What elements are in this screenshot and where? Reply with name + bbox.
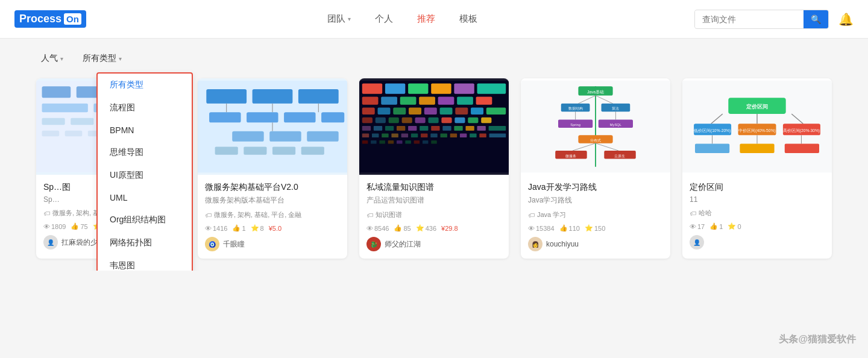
svg-rect-99 — [379, 140, 385, 144]
filter-bar: 人气 ▾ 所有类型 ▾ 所有类型 流程图 BPMN 思维导图 UI原型图 UML… — [36, 51, 832, 66]
nav-personal[interactable]: 个人 — [365, 8, 403, 30]
dropdown-item-uml[interactable]: UML — [98, 187, 192, 209]
logo-box[interactable]: Process On — [14, 10, 86, 28]
like-count: 👍 75 — [71, 222, 87, 230]
card-3-tag-text: 知识图谱 — [376, 210, 402, 219]
filter-left: 人气 ▾ 所有类型 ▾ — [36, 51, 127, 66]
svg-rect-77 — [431, 126, 439, 131]
card-4-author: 👩 kouchiyuu — [528, 237, 663, 251]
dropdown-item-venn[interactable]: 韦恩图 — [98, 254, 192, 271]
svg-rect-33 — [307, 131, 338, 142]
card-5[interactable]: 定价区间 低价区间(10%-20%) 中价区间(40%-50%) 高价区间(20… — [682, 78, 832, 259]
svg-rect-65 — [415, 118, 426, 124]
svg-text:Java基础: Java基础 — [587, 90, 604, 94]
card-2[interactable]: 微服务架构基础平台V2.0 微服务架构版本基础平台 🏷 微服务, 架构, 基础,… — [198, 78, 347, 259]
svg-rect-36 — [272, 146, 295, 154]
dropdown-item-org-chart[interactable]: Org组织结构图 — [98, 209, 192, 231]
nav-template[interactable]: 模板 — [450, 8, 487, 30]
chevron-down-icon: ▾ — [60, 55, 63, 62]
card-4-info: Java开发学习路线 Java学习路线 🏷 Java 学习 👁 15384 👍 … — [521, 175, 670, 259]
svg-rect-102 — [405, 140, 411, 144]
main-nav: 团队 ▾ 个人 推荐 模板 — [110, 8, 694, 30]
svg-rect-43 — [454, 83, 474, 93]
card-3-price: ¥29.8 — [441, 225, 458, 232]
content-area: 人气 ▾ 所有类型 ▾ 所有类型 流程图 BPMN 思维导图 UI原型图 UML… — [0, 39, 868, 271]
svg-rect-45 — [362, 96, 379, 104]
card-3-author: 🐉 师父的江湖 — [366, 237, 502, 251]
svg-rect-32 — [269, 131, 301, 142]
svg-rect-105 — [431, 140, 437, 144]
svg-rect-50 — [457, 96, 473, 104]
view-count: 👁 8546 — [366, 225, 389, 232]
svg-rect-101 — [397, 140, 403, 144]
dropdown-item-flowchart[interactable]: 流程图 — [98, 96, 192, 119]
svg-rect-69 — [468, 118, 478, 124]
card-3[interactable]: 私域流量知识图谱 产品运营知识图谱 🏷 知识图谱 👁 8546 👍 85 ⭐ 4… — [359, 78, 509, 259]
card-4-subtitle: Java学习路线 — [528, 195, 663, 206]
card-2-subtitle: 微服务架构版本基础平台 — [205, 195, 340, 206]
dropdown-item-mindmap[interactable]: 思维导图 — [98, 141, 192, 164]
svg-rect-21 — [253, 89, 293, 104]
svg-rect-92 — [450, 133, 457, 137]
svg-rect-89 — [421, 133, 427, 137]
svg-text:算法: 算法 — [612, 107, 619, 110]
author-avatar: 👩 — [528, 237, 542, 251]
svg-rect-57 — [440, 108, 453, 115]
popularity-filter[interactable]: 人气 ▾ — [36, 51, 68, 66]
dropdown-item-ui-prototype[interactable]: UI原型图 — [98, 164, 192, 187]
svg-rect-60 — [486, 108, 506, 115]
nav-recommend[interactable]: 推荐 — [407, 8, 445, 30]
card-2-stats: 👁 1416 👍 1 ⭐ 8 ¥5.0 — [205, 224, 340, 232]
svg-rect-54 — [393, 108, 406, 115]
svg-rect-34 — [215, 146, 238, 154]
svg-rect-35 — [244, 146, 266, 154]
svg-rect-88 — [411, 133, 418, 137]
card-4[interactable]: Java基础 数据结构 算法 Spring MySQL 分布式 — [521, 78, 670, 259]
svg-text:低价区间(10%-20%): 低价区间(10%-20%) — [694, 128, 731, 133]
header: Process On 团队 ▾ 个人 推荐 模板 🔍 🔔 — [0, 0, 868, 39]
svg-rect-51 — [476, 96, 492, 104]
search-box: 🔍 — [694, 10, 829, 29]
chevron-down-icon: ▾ — [119, 55, 122, 62]
svg-rect-75 — [408, 126, 417, 131]
card-2-author: 🧿 千眼瞳 — [205, 237, 340, 251]
bell-icon[interactable]: 🔔 — [838, 12, 854, 27]
svg-rect-104 — [423, 140, 429, 144]
star-count: ⭐ 0 — [728, 222, 741, 230]
dropdown-item-bpmn[interactable]: BPMN — [98, 119, 192, 141]
card-5-info: 定价区间 11 🏷 哈哈 👁 17 👍 1 ⭐ 0 👤 — [682, 175, 832, 257]
svg-rect-68 — [454, 118, 465, 124]
svg-rect-14 — [65, 131, 83, 137]
search-input[interactable] — [695, 11, 804, 28]
svg-rect-66 — [428, 118, 438, 124]
svg-rect-56 — [424, 108, 437, 115]
svg-rect-49 — [438, 96, 454, 104]
card-2-tags: 🏷 微服务, 架构, 基础, 平台, 金融 — [205, 210, 340, 219]
like-count: 👍 1 — [232, 224, 245, 232]
dropdown-item-network-topology[interactable]: 网络拓扑图 — [98, 231, 192, 254]
type-filter[interactable]: 所有类型 ▾ — [78, 51, 127, 66]
card-5-tags: 🏷 哈哈 — [690, 209, 825, 218]
card-3-subtitle: 产品运营知识图谱 — [366, 195, 502, 206]
svg-rect-64 — [402, 118, 412, 124]
like-count: 👍 110 — [559, 224, 580, 232]
svg-rect-41 — [408, 83, 428, 93]
search-button[interactable]: 🔍 — [804, 10, 828, 28]
author-avatar: 🐉 — [366, 237, 381, 251]
nav-team[interactable]: 团队 ▾ — [318, 8, 360, 30]
svg-rect-84 — [372, 133, 379, 137]
author-avatar: 👤 — [690, 235, 704, 250]
svg-rect-8 — [42, 118, 65, 125]
view-count: 👁 15384 — [528, 225, 555, 232]
svg-rect-28 — [284, 112, 315, 122]
svg-rect-48 — [419, 96, 435, 104]
svg-rect-91 — [440, 133, 447, 137]
view-count: 👁 17 — [690, 223, 705, 230]
card-2-info: 微服务架构基础平台V2.0 微服务架构版本基础平台 🏷 微服务, 架构, 基础,… — [198, 175, 347, 259]
type-label: 所有类型 — [83, 53, 116, 64]
card-3-info: 私域流量知识图谱 产品运营知识图谱 🏷 知识图谱 👁 8546 👍 85 ⭐ 4… — [359, 175, 509, 259]
logo-area[interactable]: Process On — [14, 10, 86, 28]
card-4-title: Java开发学习路线 — [528, 182, 663, 193]
svg-rect-76 — [420, 126, 428, 131]
dropdown-item-all[interactable]: 所有类型 — [98, 74, 192, 96]
